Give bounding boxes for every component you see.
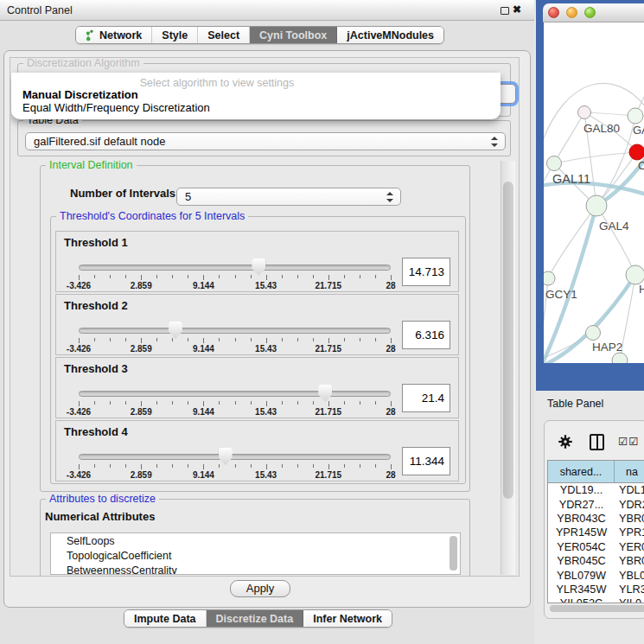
slider-tick [110,338,111,341]
checkbox-columns-icon[interactable]: ☑☑ [618,435,639,448]
threshold-slider-track[interactable] [79,391,391,397]
screenshot-root: Control Panel ✖ NetworkStyleSelectCyni T… [0,0,644,644]
attribute-list-item[interactable]: BetweennessCentrality [51,563,460,575]
table-data-combobox[interactable]: galFiltered.sif default node [25,132,506,150]
slider-tick-label: 15.43 [255,470,277,480]
bottom-tab-bar: Impute DataDiscretize DataInfer Network [124,609,392,628]
threshold-value-field[interactable]: 11.344 [402,447,450,475]
settings-scrollbar-thumb[interactable] [503,182,513,499]
slider-tick [156,338,157,341]
tab-select[interactable]: Select [198,27,250,43]
threshold-slider-thumb[interactable] [252,258,265,276]
red-node[interactable] [629,144,644,160]
slider-tick [188,275,188,278]
close-traffic-light-icon[interactable] [548,7,559,18]
GAL11-node[interactable] [547,156,562,171]
settings-scrollbar-track[interactable] [501,161,515,575]
tab-style[interactable]: Style [152,27,198,43]
slider-tick [172,401,173,405]
slider-tick [125,275,126,278]
tab-infer-network[interactable]: Infer Network [303,610,392,627]
cell-name: YBR0 [615,555,644,567]
network-canvas[interactable]: GAL80GACGAL11GAL4GCY1HHAP2 [544,22,644,363]
list-scrollbar[interactable] [450,536,457,571]
right-mid-node[interactable] [626,265,644,284]
tab-jactivemnodules[interactable]: jActiveMNodules [337,27,443,43]
close-icon[interactable]: ✖ [513,3,521,16]
bottom-node[interactable] [612,353,628,363]
table-hscrollbar-track[interactable] [548,604,644,612]
slider-tick [375,275,376,278]
cell-name: YIL0 [615,597,644,603]
network-icon [86,29,95,41]
tab-discretize-data[interactable]: Discretize Data [207,610,304,627]
node-label: GCY1 [545,288,577,301]
slider-tick [219,275,220,278]
slider-tick [141,275,142,280]
table-row[interactable]: YLR345WYLR3 [548,583,644,596]
combo-stepper-icon [491,137,498,147]
table-row[interactable]: YPR145WYPR1 [548,526,644,539]
slider-tick [313,401,314,405]
gear-icon[interactable] [558,435,572,449]
table-row[interactable]: YDR27...YDR2 [548,497,644,511]
split-view-icon[interactable] [590,434,604,450]
threshold-slider-thumb[interactable] [219,448,233,465]
menu-item-manual-discretization[interactable]: Manual Discretization [22,88,138,101]
node-label: GAL11 [552,172,590,186]
slider-tick [79,275,80,280]
network-view-window[interactable]: GAL80GACGAL11GAL4GCY1HHAP2 [536,0,644,391]
threshold-slider-track[interactable] [79,454,391,460]
minimize-traffic-light-icon[interactable] [566,7,577,18]
GCY1-node[interactable] [544,271,555,285]
GAL80-node[interactable] [578,106,591,119]
threshold-label: Threshold 3 [64,362,128,375]
node-label: GA [633,124,644,137]
slider-tick [266,338,267,343]
tab-cyni-toolbox[interactable]: Cyni Toolbox [250,27,337,43]
table-row[interactable]: YBR043CYBR0 [548,512,644,526]
slider-tick [328,464,329,469]
slider-tick [141,338,142,343]
numerical-attributes-list[interactable]: SelfLoopsTopologicalCoefficientBetweenne… [50,532,461,575]
table-row[interactable]: YDL19...YDL1 [548,483,644,497]
threshold-slider-thumb[interactable] [169,322,182,339]
table-row[interactable]: YER054CYER0 [548,540,644,554]
threshold-label: Threshold 1 [64,236,128,249]
float-window-icon[interactable] [501,7,509,15]
edge-right-top-node[interactable] [628,108,643,124]
menu-item-equal-width-frequency[interactable]: Equal Width/Frequency Discretization [22,101,210,114]
table-row[interactable]: YBR045CYBR0 [548,554,644,568]
slider-tick-label: 28 [386,281,395,290]
table-row[interactable]: YBL079WYBL0 [548,568,644,582]
algorithm-hint-text: Select algorithm to view settings [11,77,423,89]
GAL4-node[interactable] [586,195,607,216]
threshold-value-field[interactable]: 6.316 [402,321,450,349]
slider-tick [328,338,329,343]
tab-impute-data[interactable]: Impute Data [124,610,207,627]
tab-label: Impute Data [134,613,196,625]
slider-tick [79,338,80,343]
zoom-traffic-light-icon[interactable] [584,7,596,18]
threshold-slider-track[interactable] [79,328,391,334]
threshold-slider-thumb[interactable] [318,385,332,402]
number-of-intervals-combobox[interactable]: 5 [176,188,401,206]
table-row[interactable]: YIL052CYIL0 [548,596,644,603]
slider-tick [282,401,283,405]
HAP2-node[interactable] [586,326,601,341]
attribute-list-item[interactable]: SelfLoops [51,533,460,548]
slider-tick [344,275,345,278]
threshold-slider-track[interactable] [79,265,391,271]
attribute-list-item[interactable]: TopologicalCoefficient [51,548,460,563]
column-header-shared-name[interactable]: shared... [548,461,615,482]
slider-tick [94,401,95,405]
threshold-value-field[interactable]: 21.4 [402,384,450,412]
table-hscrollbar-thumb[interactable] [550,605,644,612]
threshold-coordinates-group: Threshold's Coordinates for 5 Intervals … [50,216,466,484]
table-data-group: Table Data galFiltered.sif default node [17,120,511,156]
slider-tick [266,401,267,406]
threshold-value-field[interactable]: 14.713 [402,258,450,286]
apply-button[interactable]: Apply [230,580,290,597]
tab-network[interactable]: Network [76,27,152,43]
column-header-name[interactable]: na [615,461,644,482]
